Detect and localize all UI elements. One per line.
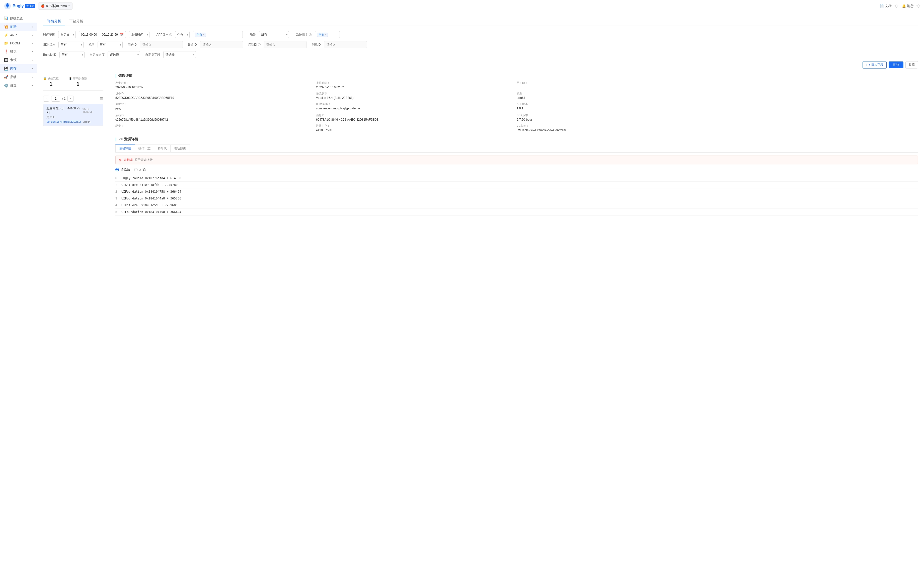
scene-wrapper: 所有 [259,31,289,38]
radio-restored[interactable]: 还原后 [116,167,130,172]
radio-original[interactable]: 原始 [134,167,146,172]
filter-row-3: Bundle ID 所有 自定义维度 请选择 自定义字段 [43,51,918,58]
startup-id-input[interactable] [264,41,307,48]
sidebar-item-foom[interactable]: 📁 FOOM ▾ [0,39,37,47]
sidebar-item-anr[interactable]: ⚡ ANR ▾ [0,31,37,39]
time-range-label: 时间范围 [43,33,55,37]
stack-tab-ops[interactable]: 操作日志 [135,144,154,152]
detail-leak-memory: 泄露内存： 44100.75 KB [316,124,517,132]
occurrence-value: 1 [50,81,52,87]
startup-id-help-icon[interactable]: ⓘ [258,43,261,46]
detail-scene: 场景： [116,124,316,132]
sys-version-tag-input[interactable]: 所有 × [315,31,340,38]
stack-frame-1: 1 UIKitCore 0x109818fd4 + 7245780 [116,182,918,188]
device-id-input[interactable] [200,41,243,48]
app-version-type-select[interactable]: 包含 [175,31,190,38]
app-version-help-icon[interactable]: ⓘ [169,33,172,36]
sdk-version-select[interactable]: 所有 [58,41,84,48]
time-type-select[interactable]: 自定义 [58,31,76,38]
bundle-id-select[interactable]: 所有 [60,51,84,58]
anr-chevron: ▾ [32,34,33,37]
detail-bundle-id: Bundle ID： com.tencent.mqq.buglypro.demo [316,102,517,111]
stack-frame-2: 2 UIFoundation 0x184104758 + 366424 [116,188,918,195]
list-menu-icon[interactable]: ☰ [100,96,103,101]
main-content: 详情分析 下钻分析 时间范围 自定义 05/13 00: [37,12,924,562]
radio-restored-circle [116,168,119,171]
date-range-picker[interactable]: 05/13 00:00 — 05/19 23:59 📅 [79,31,126,38]
add-field-button[interactable]: + + 添加字段 [862,61,886,69]
prev-page-btn[interactable]: ‹ [43,96,49,102]
record-item-0[interactable]: 泄露内存大小：44100.75 KB 05/16 16:02:32 用户ID： … [44,104,103,126]
record-list: 泄露内存大小：44100.75 KB 05/16 16:02:32 用户ID： … [43,104,103,126]
stack-frame-4: 4 UIKitCore 0x10981c5d0 + 7259600 [116,202,918,209]
app-version-tag-input[interactable]: 所有 × [193,31,243,38]
filter-section: 时间范围 自定义 05/13 00:00 — 05/19 23:59 📅 [43,31,918,69]
stack-tab-stack[interactable]: 堆栈详情 [116,144,135,152]
sidebar-item-crash[interactable]: 💥 崩溃 ▾ [0,23,37,31]
memory-chevron: ▾ [32,67,33,70]
main-tabs: 详情分析 下钻分析 [43,17,918,26]
scene-select[interactable]: 所有 [259,31,289,38]
logo-text: Bugly [12,4,24,8]
sys-version-tag: 所有 × [317,33,328,37]
sys-version-help-icon[interactable]: ⓘ [309,33,312,36]
app-version-type-wrapper: 包含 [175,31,190,38]
detail-occur-time: 发生时间： 2023-05-16 16:02:32 [116,81,316,89]
message-id-label: 消息ID [312,43,321,47]
startup-icon: 🚀 [4,75,8,79]
freeze-chevron: ▾ [32,59,33,62]
bundle-id-label: Bundle ID [43,53,56,56]
logo: Bugly 专业版 [4,3,35,9]
app-selector[interactable]: 🍎 iOS体验Demo ▾ [38,3,72,9]
main-layout: 📊 数据总览 💥 崩溃 ▾ ⚡ ANR ▾ 📁 FOOM ▾ [0,12,924,562]
sidebar-item-overview[interactable]: 📊 数据总览 [0,14,37,23]
stack-frames: 0 BuglyProDemo 0x10276dfa4 + 614308 1 UI… [116,175,918,215]
sidebar-item-memory[interactable]: 💾 内存 ▾ [0,64,37,73]
plus-icon: + [866,63,868,67]
custom-dim-wrapper: 请选择 [108,51,140,58]
doc-center-link[interactable]: 📄 文档中心 [880,4,898,8]
app-version-tag: 所有 × [195,33,206,37]
settings-icon: ⚙️ [4,84,8,87]
message-id-input[interactable] [324,41,367,48]
sidebar-item-freeze[interactable]: 🔲 卡顿 ▾ [0,56,37,64]
sidebar-item-error[interactable]: ❗ 错误 ▾ [0,47,37,56]
detail-sdk-version: SDK版本： 2.7.50-beta [517,113,717,122]
filter-row-1: 时间范围 自定义 05/13 00:00 — 05/19 23:59 📅 [43,31,918,38]
user-id-input[interactable] [140,41,183,48]
custom-dim-select[interactable]: 请选择 [108,51,140,58]
device-select[interactable]: 所有 [98,41,123,48]
detail-app-version: APP版本： 1.0.1 [517,102,717,111]
sidebar-item-settings[interactable]: ⚙️ 设置 ▾ [0,81,37,90]
collect-button[interactable]: 收藏 [906,61,918,69]
content-area: 详情分析 下钻分析 时间范围 自定义 05/13 00: [37,12,924,562]
stack-tabs: 堆栈详情 操作日志 符号表 现场数据 [116,144,918,153]
app-version-tag-close[interactable]: × [202,33,204,36]
next-page-btn[interactable]: › [68,96,74,102]
upload-time-wrapper: 上报时间 [129,31,150,38]
custom-field-select[interactable]: 请选择 [163,51,196,58]
tab-drill[interactable]: 下钻分析 [65,17,87,26]
anr-icon: ⚡ [4,33,8,37]
detail-message-id: 消息ID： 60478A1C-8646-4C72-AAEC-42D815AF5B… [316,113,517,122]
warning-circle-icon: ⊗ [118,158,122,162]
notification-link[interactable]: 🔔 消息中心 [902,4,920,8]
page-input[interactable] [51,96,60,102]
startup-chevron: ▾ [32,76,33,78]
scene-label: 场景 [250,33,256,37]
upload-time-select[interactable]: 上报时间 [129,31,150,38]
tab-detail[interactable]: 详情分析 [43,17,65,26]
bell-icon: 🔔 [902,4,906,8]
stack-tab-symbol[interactable]: 符号表 [154,144,171,152]
sidebar-collapse-btn[interactable]: ☰ [0,552,37,560]
sys-version-tag-close[interactable]: × [325,33,326,36]
record-arch: arm64 [83,120,90,123]
sidebar-item-startup[interactable]: 🚀 启动 ▾ [0,73,37,81]
custom-field-wrapper: 请选择 [163,51,196,58]
query-button[interactable]: 查 询 [889,62,903,68]
device-wrapper: 所有 [98,41,123,48]
device-icon: 📱 [69,77,72,80]
date-end: 05/19 23:59 [102,33,118,36]
hamburger-icon: ☰ [4,554,7,558]
stack-tab-scene-data[interactable]: 现场数据 [170,144,190,152]
